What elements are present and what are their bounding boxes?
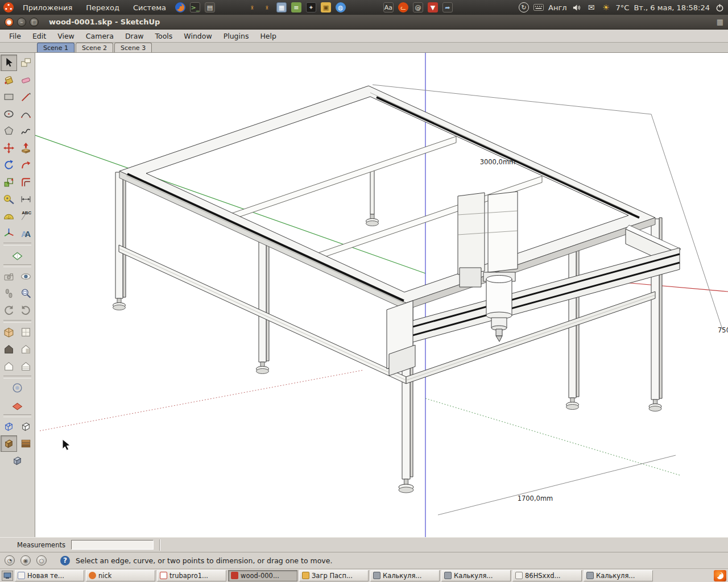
browser-app-icon[interactable]: ◍ bbox=[336, 2, 346, 13]
monochrome-style-button[interactable] bbox=[9, 452, 26, 469]
tape-measure-tool-button[interactable] bbox=[1, 191, 17, 207]
section-cuts-button[interactable] bbox=[9, 397, 26, 413]
menu-edit[interactable]: Edit bbox=[27, 30, 52, 42]
firefox-launcher-icon[interactable] bbox=[175, 2, 185, 13]
cnc-machine-model[interactable] bbox=[113, 86, 681, 493]
freehand-tool-button[interactable] bbox=[18, 123, 34, 139]
window-menu-icon[interactable]: ▦ bbox=[717, 18, 723, 26]
walk-tool-button[interactable] bbox=[1, 285, 17, 302]
tab-scene-3[interactable]: Scene 3 bbox=[114, 43, 152, 52]
temperature-indicator[interactable]: 7°C bbox=[616, 3, 630, 12]
scale-tool-button[interactable] bbox=[1, 174, 17, 190]
next-view-tool-button[interactable] bbox=[18, 302, 34, 319]
taskbar-item-5[interactable]: Загр Пасп... bbox=[299, 570, 369, 581]
credits-status-icon[interactable]: ◉ bbox=[20, 555, 31, 566]
mail-indicator-icon[interactable]: ✉ bbox=[586, 2, 597, 13]
volume-icon[interactable] bbox=[572, 2, 582, 13]
protractor-tool-button[interactable] bbox=[1, 208, 17, 225]
shaded-with-textures-style-button[interactable] bbox=[18, 435, 34, 452]
tab-scene-1[interactable]: Scene 1 bbox=[37, 43, 75, 52]
arc-tool-button[interactable] bbox=[18, 106, 34, 122]
help-icon[interactable]: ? bbox=[60, 556, 70, 566]
editor-launcher-icon[interactable]: ▤ bbox=[205, 2, 215, 13]
tab-scene-2[interactable]: Scene 2 bbox=[76, 43, 113, 52]
taskbar-item-8[interactable]: 86HSxxd... bbox=[512, 570, 582, 581]
x-ray-mode-button[interactable] bbox=[9, 380, 26, 396]
rotate-tool-button[interactable] bbox=[1, 157, 17, 173]
dimension-label-width[interactable]: 1700,0mm bbox=[518, 494, 553, 502]
minimize-window-button[interactable]: – bbox=[17, 18, 26, 27]
keyboard-indicator-icon[interactable] bbox=[533, 2, 544, 13]
taskbar-item-9[interactable]: Калькуля... bbox=[584, 570, 653, 581]
left-view-button[interactable] bbox=[18, 358, 34, 375]
window-titlebar[interactable]: ● – □ wood-0001.skp - SketchUp ▦ bbox=[0, 15, 728, 30]
show-desktop-button[interactable] bbox=[2, 571, 13, 581]
menu-help[interactable]: Help bbox=[254, 30, 282, 42]
notes-app-icon[interactable]: ≡ bbox=[291, 2, 301, 13]
rectangle-tool-button[interactable] bbox=[1, 89, 17, 105]
clock[interactable]: Вт., 6 мая, 18:58:24 bbox=[634, 3, 710, 12]
hidden-line-style-button[interactable] bbox=[18, 418, 34, 435]
back-view-button[interactable] bbox=[1, 358, 17, 375]
export-tray-icon[interactable]: ➦ bbox=[442, 2, 453, 13]
position-camera-tool-button[interactable] bbox=[1, 268, 17, 285]
taskbar-item-3[interactable]: trubapro1... bbox=[157, 570, 226, 581]
places-menu[interactable]: Переход bbox=[81, 2, 124, 13]
paint-bucket-tool-button[interactable] bbox=[1, 72, 17, 88]
taskbar-item-4-sketchup[interactable]: wood-000... bbox=[228, 570, 297, 581]
spindle[interactable] bbox=[483, 272, 515, 342]
measurements-input[interactable] bbox=[71, 540, 154, 550]
right-view-button[interactable] bbox=[18, 341, 34, 357]
power-icon[interactable] bbox=[714, 2, 725, 13]
window-list-icon[interactable]: ▦ bbox=[276, 2, 287, 13]
menu-view[interactable]: View bbox=[52, 30, 80, 42]
terminal-launcher-icon[interactable]: >_ bbox=[190, 2, 200, 13]
menu-tools[interactable]: Tools bbox=[150, 30, 179, 42]
model-view[interactable]: 3000,0mm 1700,0mm 750,0mm bbox=[35, 53, 728, 537]
font-indicator-icon[interactable]: Aa bbox=[383, 2, 394, 13]
firefox-tray-icon[interactable]: ᓚ bbox=[398, 2, 408, 13]
line-tool-button[interactable] bbox=[18, 89, 34, 105]
firefox-taskbar-icon[interactable] bbox=[714, 570, 726, 581]
front-view-button[interactable] bbox=[1, 341, 17, 357]
taskbar-item-2[interactable]: nick bbox=[86, 570, 155, 581]
dimension-tool-button[interactable] bbox=[18, 191, 34, 207]
eraser-tool-button[interactable] bbox=[18, 72, 34, 88]
taskbar-item-6[interactable]: Калькуля... bbox=[370, 570, 440, 581]
menu-draw[interactable]: Draw bbox=[119, 30, 150, 42]
download-tray-icon[interactable]: ▼ bbox=[428, 2, 438, 13]
text-tool-button[interactable]: ABC bbox=[18, 208, 34, 225]
top-view-button[interactable] bbox=[18, 324, 34, 340]
offset-tool-button[interactable] bbox=[18, 174, 34, 190]
language-indicator[interactable]: Англ bbox=[548, 3, 567, 12]
make-component-tool-button[interactable] bbox=[18, 55, 34, 71]
files-app-icon[interactable]: ▣ bbox=[321, 2, 331, 13]
menu-plugins[interactable]: Plugins bbox=[218, 30, 255, 42]
section-plane-tool-button[interactable] bbox=[9, 247, 26, 263]
dimension-label-length[interactable]: 3000,0mm bbox=[480, 158, 516, 166]
maximize-window-button[interactable]: □ bbox=[30, 18, 39, 27]
select-tool-button[interactable] bbox=[1, 55, 17, 71]
cad-app-icon[interactable]: ✦ bbox=[306, 2, 316, 13]
dimension-label-height[interactable]: 750,0mm bbox=[718, 326, 728, 334]
circle-tool-button[interactable] bbox=[1, 106, 17, 122]
axes-tool-button[interactable] bbox=[1, 225, 17, 242]
system-menu[interactable]: Система bbox=[129, 2, 171, 13]
move-tool-button[interactable] bbox=[1, 140, 17, 156]
user-busy-icon[interactable]: 🯅 bbox=[247, 2, 257, 13]
ubuntu-logo-icon[interactable] bbox=[3, 2, 14, 13]
look-around-tool-button[interactable] bbox=[18, 268, 34, 285]
user-switch-icon[interactable]: 🯅 bbox=[262, 2, 272, 13]
follow-me-tool-button[interactable] bbox=[18, 157, 34, 173]
wireframe-style-button[interactable] bbox=[1, 418, 17, 435]
close-window-button[interactable]: ● bbox=[5, 18, 14, 27]
taskbar-item-1[interactable]: Новая те... bbox=[15, 570, 84, 581]
menu-file[interactable]: File bbox=[3, 30, 27, 42]
mail-tray-icon[interactable]: @ bbox=[413, 2, 423, 13]
drawing-canvas[interactable]: 3000,0mm 1700,0mm 750,0mm bbox=[35, 53, 728, 537]
sync-indicator-icon[interactable]: ↻ bbox=[519, 2, 529, 13]
shaded-style-button[interactable] bbox=[1, 435, 17, 452]
3d-text-tool-button[interactable]: AA bbox=[18, 225, 34, 242]
iso-view-button[interactable] bbox=[1, 324, 17, 340]
zoom-window-tool-button[interactable] bbox=[18, 285, 34, 302]
